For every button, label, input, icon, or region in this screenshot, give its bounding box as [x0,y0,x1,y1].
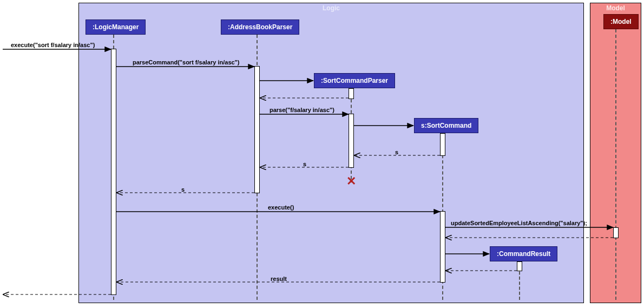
msg-parse: parse("f/salary in/asc") [270,107,334,113]
activation-sort-command-parser-1 [349,88,354,99]
activation-command-result [517,261,522,271]
activation-address-book-parser [254,66,260,193]
destroy-icon: ✕ [346,174,356,188]
participant-logic-manager: :LogicManager [86,19,146,35]
msg-s2: s [303,161,306,167]
msg-s1: s [395,149,398,155]
msg-execute2: execute() [268,204,294,211]
participant-command-result: :CommandResult [490,246,557,261]
participant-address-book-parser: :AddressBookParser [221,19,299,35]
frame-title-logic: Logic [317,3,345,13]
activation-sort-command-1 [440,133,445,156]
activation-sort-command-parser-2 [349,114,354,168]
msg-parse-command: parseCommand("sort f/salary in/asc") [133,59,240,65]
msg-s3: s [181,186,185,193]
participant-model: :Model [603,14,639,29]
frame-title-model: Model [601,3,630,13]
activation-model [613,227,619,238]
msg-execute1: execute("sort f/salary in/asc") [11,42,95,48]
msg-update-sorted: updateSortedEmployeeListAscending("salar… [451,220,587,226]
activation-logic-manager [111,49,116,295]
activation-sort-command-2 [440,211,445,283]
lifeline-model [615,29,616,300]
msg-result: result [271,276,287,282]
participant-sort-command-parser: :SortCommandParser [314,73,395,88]
participant-sort-command: s:SortCommand [414,118,478,133]
